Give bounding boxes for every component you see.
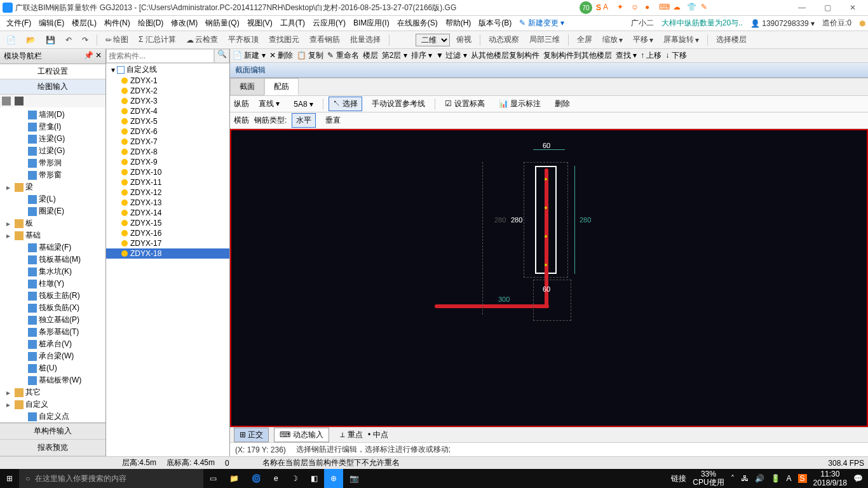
component-item[interactable]: ZDYX-16 — [106, 228, 229, 238]
horizontal-button[interactable]: 水平 — [292, 113, 316, 128]
toolbar-icon[interactable]: A — [603, 3, 613, 13]
tree-node[interactable]: 独立基础(P) — [1, 314, 104, 326]
tab-single-input[interactable]: 单构件输入 — [0, 423, 105, 440]
component-item[interactable]: ZDYX-4 — [106, 106, 229, 116]
component-item[interactable]: ZDYX-6 — [106, 126, 229, 137]
component-item[interactable]: ZDYX-15 — [106, 218, 229, 228]
component-item[interactable]: ZDYX-2 — [106, 86, 229, 96]
component-group[interactable]: ▾自定义线 — [106, 64, 229, 76]
coin-icon[interactable]: ⬢ — [859, 19, 865, 28]
fullscreen-button[interactable]: 全屏 — [573, 33, 596, 46]
component-list[interactable]: ▾自定义线 ZDYX-1 ZDYX-2 ZDYX-3 ZDYX-4 ZDYX-5… — [106, 64, 229, 456]
toolbar-icon[interactable]: 👕 — [687, 3, 697, 13]
dyn-input-toggle[interactable]: ⌨ 动态输入 — [274, 428, 329, 442]
delete-button[interactable]: ✕ 删除 — [269, 50, 293, 61]
toolbar-icon[interactable]: ☺ — [631, 3, 641, 13]
tree-node[interactable]: 筏板基础(M) — [1, 254, 104, 266]
app-icon[interactable]: 🌀 — [245, 469, 268, 488]
tree-node[interactable]: 桩承台(V) — [1, 338, 104, 350]
tree-node[interactable]: 壁龛(I) — [1, 121, 104, 133]
tree-node[interactable]: 承台梁(W) — [1, 350, 104, 362]
tree-node[interactable]: 筏板负筋(X) — [1, 302, 104, 314]
persp-button[interactable]: 俯视 — [452, 33, 475, 46]
menu-help[interactable]: 帮助(H) — [442, 18, 475, 29]
sort-button[interactable]: 排序 ▾ — [411, 50, 432, 61]
tree-node[interactable]: 带形窗 — [1, 169, 104, 181]
delete-rebar-button[interactable]: 删除 — [550, 97, 574, 111]
tree-node[interactable]: 柱墩(Y) — [1, 278, 104, 290]
nav-tab-project[interactable]: 工程设置 — [0, 64, 105, 79]
volume-icon[interactable]: 🔊 — [755, 474, 764, 483]
cpu-meter[interactable]: 33%CPU使用 — [693, 470, 724, 487]
find-button[interactable]: 查找图元 — [265, 33, 303, 46]
clock[interactable]: 11:302018/9/18 — [813, 470, 847, 488]
view-mode-icon[interactable] — [15, 97, 24, 105]
local3d-button[interactable]: 局部三维 — [526, 33, 564, 46]
menu-bim[interactable]: BIM应用(I) — [349, 18, 393, 29]
tab-section[interactable]: 截面 — [230, 78, 264, 95]
steel-button[interactable]: 查看钢筋 — [306, 33, 344, 46]
open-icon[interactable]: 📂 — [22, 34, 39, 46]
set-height-button[interactable]: ☑ 设置标高 — [440, 97, 489, 111]
pin-icon[interactable]: 📌 ✕ — [84, 51, 102, 62]
spec-select[interactable]: 5A8 ▾ — [289, 98, 318, 111]
snap-center[interactable]: • 中点 — [368, 430, 388, 440]
copy-from-button[interactable]: 从其他楼层复制构件 — [471, 50, 539, 61]
vertical-button[interactable]: 垂直 — [321, 113, 345, 128]
component-item[interactable]: ZDYX-8 — [106, 147, 229, 157]
rotate-button[interactable]: 屏幕旋转 ▾ — [660, 33, 703, 46]
menu-edit[interactable]: 编辑(E) — [35, 18, 68, 29]
copy-button[interactable]: 📋 复制 — [297, 50, 323, 61]
nav-tree[interactable]: 墙洞(D)壁龛(I)连梁(G)过梁(G)带形洞带形窗▸梁梁(L)圈梁(E)▸板▸… — [0, 107, 105, 423]
edge-icon[interactable]: e — [268, 469, 285, 488]
app-icon[interactable]: ☽ — [285, 469, 304, 488]
snap-mid[interactable]: ⊥ 重点 — [339, 430, 363, 440]
component-item[interactable]: ZDYX-1 — [106, 76, 229, 86]
app-icon[interactable]: 📁 — [223, 469, 245, 488]
tree-node[interactable]: 自定义点 — [1, 410, 104, 423]
cortana-search[interactable]: ○ 在这里输入你要搜索的内容 — [19, 469, 203, 488]
nav-tab-draw[interactable]: 绘图输入 — [0, 79, 105, 95]
tree-node[interactable]: 筏板主筋(R) — [1, 290, 104, 302]
start-button[interactable]: ⊞ — [0, 469, 19, 488]
manual-ref-button[interactable]: 手动设置参考线 — [367, 97, 430, 111]
app-icon[interactable]: 📷 — [343, 469, 365, 488]
user-label[interactable]: 广小二 — [631, 18, 654, 29]
component-item[interactable]: ZDYX-17 — [106, 238, 229, 248]
menu-cloud[interactable]: 云应用(Y) — [309, 18, 349, 29]
tree-node[interactable]: 集水坑(K) — [1, 266, 104, 278]
menu-floor[interactable]: 楼层(L) — [68, 18, 100, 29]
menu-file[interactable]: 文件(F) — [3, 18, 35, 29]
tree-node[interactable]: 圈梁(E) — [1, 205, 104, 217]
component-item[interactable]: ZDYX-11 — [106, 177, 229, 187]
search-input[interactable] — [106, 49, 214, 63]
link-label[interactable]: 链接 — [671, 473, 686, 484]
menu-modify[interactable]: 修改(M) — [167, 18, 201, 29]
notification-icon[interactable]: 💬 — [853, 474, 863, 483]
active-app-icon[interactable]: ⊕ — [324, 469, 343, 488]
tree-node[interactable]: 过梁(G) — [1, 145, 104, 157]
tab-report[interactable]: 报表预览 — [0, 440, 105, 456]
menu-online[interactable]: 在线服务(S) — [393, 18, 442, 29]
sum-button[interactable]: Σ 汇总计算 — [135, 33, 180, 46]
pan-button[interactable]: 平移 ▾ — [629, 33, 657, 46]
component-item[interactable]: ZDYX-9 — [106, 157, 229, 167]
sogou-tray-icon[interactable]: S — [798, 474, 807, 483]
search-button[interactable]: 🔍 — [214, 49, 229, 63]
tree-node[interactable]: ▸其它 — [1, 386, 104, 398]
tab-rebar[interactable]: 配筋 — [264, 78, 299, 95]
moveup-button[interactable]: ↑ 上移 — [641, 50, 661, 61]
close-button[interactable]: ✕ — [840, 3, 865, 12]
menu-version[interactable]: 版本号(B) — [475, 18, 515, 29]
minimize-button[interactable]: — — [789, 3, 815, 12]
tray-up-icon[interactable]: ˄ — [731, 474, 735, 483]
ortho-toggle[interactable]: ⊞ 正交 — [234, 428, 269, 442]
tree-node[interactable]: 梁(L) — [1, 193, 104, 205]
tree-node[interactable]: 条形基础(T) — [1, 326, 104, 338]
toolbar-icon[interactable]: ☁ — [673, 3, 683, 13]
component-item[interactable]: ZDYX-14 — [106, 208, 229, 218]
menu-rebar[interactable]: 钢筋量(Q) — [201, 18, 243, 29]
menu-component[interactable]: 构件(N) — [100, 18, 134, 29]
movedown-button[interactable]: ↓ 下移 — [665, 50, 686, 61]
phone-label[interactable]: 👤 13907298339 ▾ — [750, 19, 815, 28]
